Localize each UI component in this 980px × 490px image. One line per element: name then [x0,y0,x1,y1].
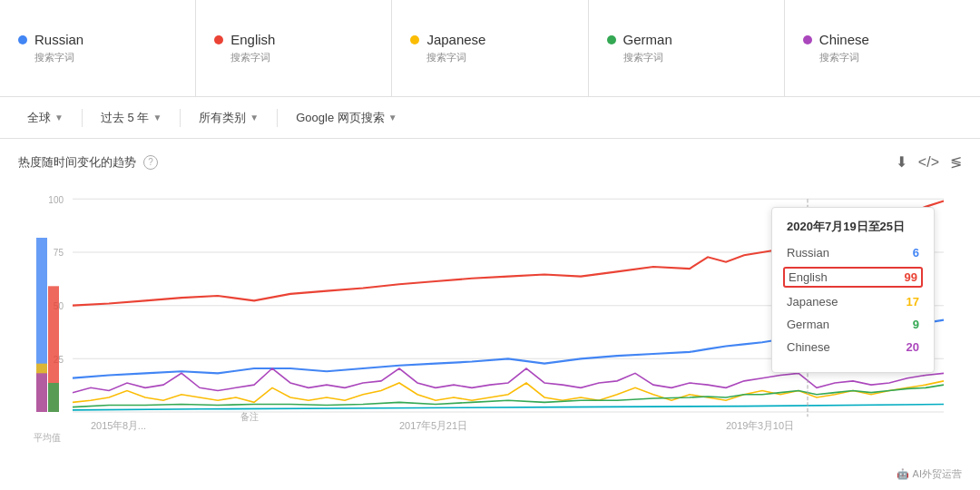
tooltip-row-chinese: Chinese 20 [787,338,919,356]
filter-label: 全球 [27,110,51,126]
tooltip-label: English [789,270,828,284]
legend-dot [410,35,419,44]
chart-wrapper: 100 75 50 25 [18,180,962,470]
filter-separator [180,109,181,127]
tooltip-label: Chinese [787,340,830,354]
chevron-down-icon: ▼ [250,113,259,122]
tooltip-row-russian: Russian 6 [787,244,919,261]
tooltip-date: 2020年7月19日至25日 [787,219,919,235]
svg-rect-13 [36,373,47,412]
legend-dot [803,35,812,44]
svg-text:100: 100 [48,194,64,204]
legend-dot [18,35,27,44]
tooltip-value: 17 [906,295,919,309]
watermark-text: AI外贸运营 [913,467,962,481]
legend-name: German [607,32,766,47]
svg-text:平均值: 平均值 [34,433,60,443]
filter-separator [277,109,278,127]
chevron-down-icon: ▼ [54,113,64,122]
svg-text:2015年8月...: 2015年8月... [91,420,146,431]
legend-label: Japanese [426,32,485,47]
filter-label: Google 网页搜索 [296,110,385,126]
share-icon[interactable]: ≶ [950,153,962,171]
legend-label: English [230,32,275,47]
svg-text:2017年5月21日: 2017年5月21日 [399,420,467,431]
chart-title-left: 热度随时间变化的趋势 ? [18,154,158,171]
legend-label: Chinese [819,32,869,47]
watermark: 🤖 AI外贸运营 [897,467,962,481]
help-icon[interactable]: ? [143,155,158,170]
legend-bar: Russian 搜索字词 English 搜索字词 Japanese 搜索字词 … [0,0,980,97]
legend-item-english[interactable]: English 搜索字词 [196,0,392,96]
svg-text:75: 75 [54,248,64,258]
filter-btn-3[interactable]: Google 网页搜索▼ [287,104,406,132]
legend-label: Russian [34,32,83,47]
tooltip-value: 20 [906,340,919,354]
embed-icon[interactable]: </> [918,154,939,171]
legend-label: German [623,32,672,47]
legend-name: Russian [18,32,177,47]
legend-sub: 搜索字词 [34,51,177,64]
chart-title-actions: ⬇ </> ≶ [896,153,962,171]
tooltip-value: 9 [913,318,919,331]
legend-name: Japanese [410,32,569,47]
tooltip-row-japanese: Japanese 17 [787,293,919,310]
tooltip-value: 99 [905,270,917,284]
chevron-down-icon: ▼ [152,113,162,122]
chart-title: 热度随时间变化的趋势 [18,154,136,171]
legend-sub: 搜索字词 [623,51,766,64]
legend-name: Chinese [803,32,962,47]
svg-text:备注: 备注 [240,411,258,421]
tooltip-label: Japanese [787,295,838,309]
filter-label: 过去 5 年 [101,110,149,126]
legend-item-german[interactable]: German 搜索字词 [589,0,785,96]
legend-item-japanese[interactable]: Japanese 搜索字词 [392,0,588,96]
svg-text:2019年3月10日: 2019年3月10日 [726,420,794,431]
tooltip-box: 2020年7月19日至25日 Russian 6 English 99 Japa… [771,207,935,373]
legend-sub: 搜索字词 [230,51,373,64]
legend-dot [214,35,223,44]
watermark-icon: 🤖 [897,468,909,480]
filter-btn-0[interactable]: 全球▼ [18,104,73,132]
svg-rect-12 [48,383,59,412]
chart-title-row: 热度随时间变化的趋势 ? ⬇ </> ≶ [18,153,962,171]
chevron-down-icon: ▼ [388,113,397,122]
filter-separator [82,109,83,127]
filter-btn-2[interactable]: 所有类别▼ [190,104,268,132]
tooltip-row-german: German 9 [787,316,919,333]
legend-item-chinese[interactable]: Chinese 搜索字词 [785,0,980,96]
legend-sub: 搜索字词 [819,51,962,64]
filter-bar: 全球▼过去 5 年▼所有类别▼Google 网页搜索▼ [0,97,980,139]
chart-section: 热度随时间变化的趋势 ? ⬇ </> ≶ 100 75 50 25 [0,139,980,490]
tooltip-label: Russian [787,246,829,260]
tooltip-label: German [787,318,829,331]
tooltip-row-english: English 99 [783,267,923,288]
filter-label: 所有类别 [199,110,246,126]
legend-sub: 搜索字词 [426,51,569,64]
legend-name: English [214,32,373,47]
legend-dot [607,35,616,44]
legend-item-russian[interactable]: Russian 搜索字词 [0,0,196,96]
download-icon[interactable]: ⬇ [896,153,907,171]
filter-btn-1[interactable]: 过去 5 年▼ [92,104,171,132]
tooltip-value: 6 [913,246,919,260]
